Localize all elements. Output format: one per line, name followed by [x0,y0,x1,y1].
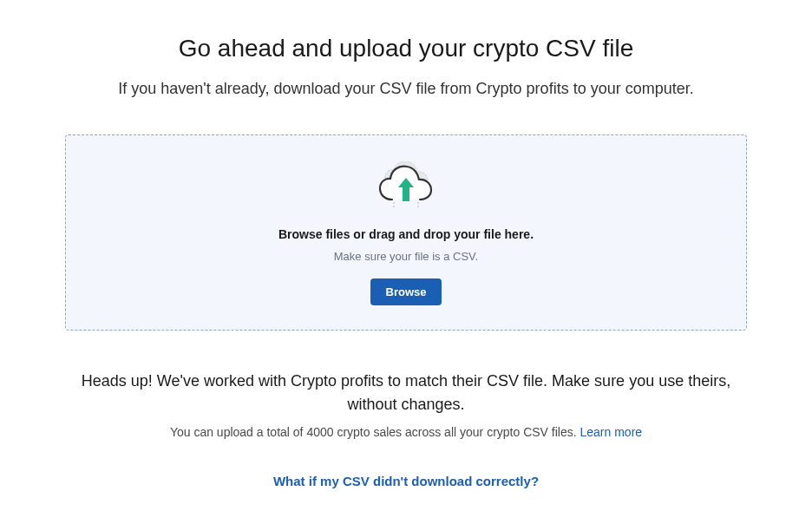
cloud-upload-icon [83,161,729,212]
page-subtitle: If you haven't already, download your CS… [61,78,751,100]
file-dropzone[interactable]: Browse files or drag and drop your file … [65,134,747,331]
learn-more-link[interactable]: Learn more [580,425,643,439]
upload-page: Go ahead and upload your crypto CSV file… [0,0,812,488]
limit-text-content: You can upload a total of 4000 crypto sa… [170,425,580,439]
dropzone-hint: Make sure your file is a CSV. [83,250,729,263]
browse-button[interactable]: Browse [370,278,442,305]
upload-limit-text: You can upload a total of 4000 crypto sa… [61,425,751,439]
dropzone-title: Browse files or drag and drop your file … [83,227,729,241]
csv-help-link[interactable]: What if my CSV didn't download correctly… [61,474,751,488]
page-title: Go ahead and upload your crypto CSV file [61,35,751,62]
heads-up-text: Heads up! We've worked with Crypto profi… [61,370,751,416]
